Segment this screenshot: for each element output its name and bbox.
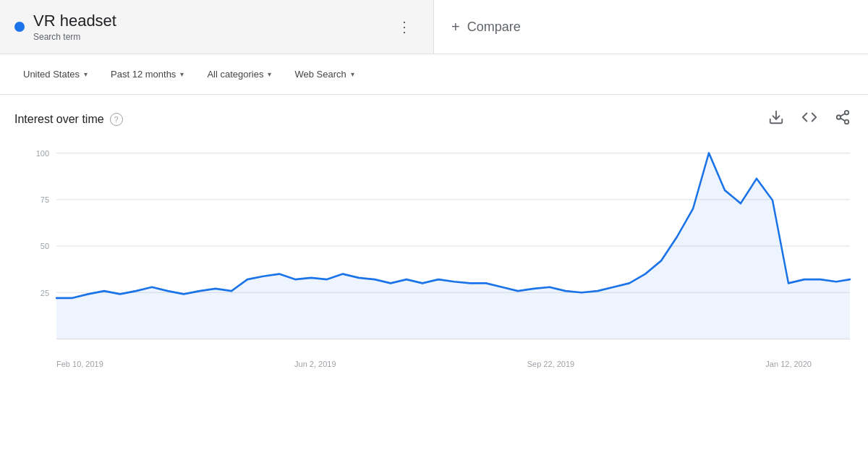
svg-line-4	[841, 118, 845, 121]
download-button[interactable]	[765, 106, 787, 132]
help-icon[interactable]: ?	[110, 113, 123, 126]
header-row: VR headset Search term ⋮ + Compare	[0, 0, 868, 54]
chart-section: Interest over time ?	[0, 95, 868, 368]
svg-text:100: 100	[36, 148, 49, 157]
search-term-card: VR headset Search term ⋮	[0, 0, 434, 54]
embed-button[interactable]	[799, 106, 820, 132]
svg-text:25: 25	[41, 288, 49, 297]
compare-plus-icon: +	[451, 19, 460, 35]
region-chevron: ▾	[84, 70, 88, 78]
search-term-left: VR headset Search term	[14, 12, 116, 42]
chart-title-area: Interest over time ?	[14, 113, 123, 126]
x-label-2: Jun 2, 2019	[294, 360, 336, 368]
category-label: All categories	[207, 69, 263, 80]
time-range-filter[interactable]: Past 12 months ▾	[102, 63, 192, 85]
chart-actions	[765, 106, 854, 132]
chart-container: 100 75 50 25 Feb 10, 2019 Jun 2, 2	[14, 137, 854, 368]
share-button[interactable]	[832, 106, 854, 132]
svg-line-5	[841, 114, 845, 117]
category-filter[interactable]: All categories ▾	[198, 63, 280, 85]
time-range-label: Past 12 months	[111, 69, 176, 80]
category-chevron: ▾	[268, 70, 271, 78]
x-axis-labels: Feb 10, 2019 Jun 2, 2019 Sep 22, 2019 Ja…	[14, 357, 854, 368]
chart-title: Interest over time	[14, 113, 104, 126]
more-options-button[interactable]: ⋮	[391, 15, 419, 38]
search-term-dot	[14, 22, 25, 32]
x-label-3: Sep 22, 2019	[527, 360, 574, 368]
search-term-text: VR headset Search term	[33, 12, 116, 42]
region-filter[interactable]: United States ▾	[14, 63, 96, 85]
x-label-4: Jan 12, 2020	[765, 360, 812, 368]
svg-text:75: 75	[41, 195, 49, 204]
filter-row: United States ▾ Past 12 months ▾ All cat…	[0, 54, 868, 95]
search-term-subtitle: Search term	[33, 32, 80, 42]
search-type-label: Web Search	[294, 69, 346, 80]
compare-button[interactable]: + Compare	[434, 0, 538, 54]
chart-header: Interest over time ?	[14, 106, 854, 132]
time-chevron: ▾	[180, 70, 184, 78]
compare-label: Compare	[467, 20, 521, 35]
search-term-title: VR headset	[33, 12, 116, 30]
svg-text:50: 50	[41, 242, 49, 250]
trend-chart: 100 75 50 25	[14, 137, 854, 355]
search-type-filter[interactable]: Web Search ▾	[286, 63, 362, 85]
region-label: United States	[23, 69, 80, 80]
x-label-1: Feb 10, 2019	[56, 360, 103, 368]
search-type-chevron: ▾	[351, 70, 354, 78]
